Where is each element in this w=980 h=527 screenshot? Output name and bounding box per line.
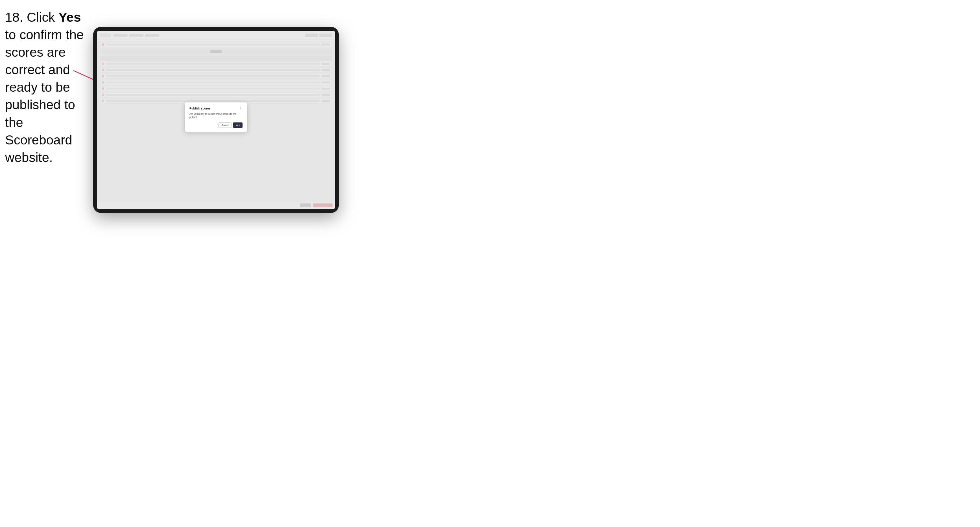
modal-footer: Cancel Yes <box>189 122 243 128</box>
modal-overlay: Publish scores × Are you ready to publis… <box>97 31 335 209</box>
instruction-prefix: Click <box>23 10 59 25</box>
publish-scores-modal: Publish scores × Are you ready to publis… <box>185 102 247 132</box>
screen-background: Publish scores × Are you ready to publis… <box>97 31 335 209</box>
instruction-bold: Yes <box>59 10 81 25</box>
modal-body-text: Are you ready to publish these scores to… <box>189 113 243 119</box>
step-number: 18. <box>5 10 23 25</box>
instruction-suffix: to confirm the scores are correct and re… <box>5 27 84 165</box>
cancel-button[interactable]: Cancel <box>218 122 232 128</box>
modal-title: Publish scores <box>189 106 211 110</box>
tablet-screen: Publish scores × Are you ready to publis… <box>97 31 335 209</box>
yes-button[interactable]: Yes <box>233 122 243 128</box>
tablet-device: Publish scores × Are you ready to publis… <box>93 27 339 213</box>
instruction-text: 18. Click Yes to confirm the scores are … <box>5 8 87 166</box>
modal-close-button[interactable]: × <box>239 106 243 110</box>
modal-header: Publish scores × <box>189 106 243 110</box>
